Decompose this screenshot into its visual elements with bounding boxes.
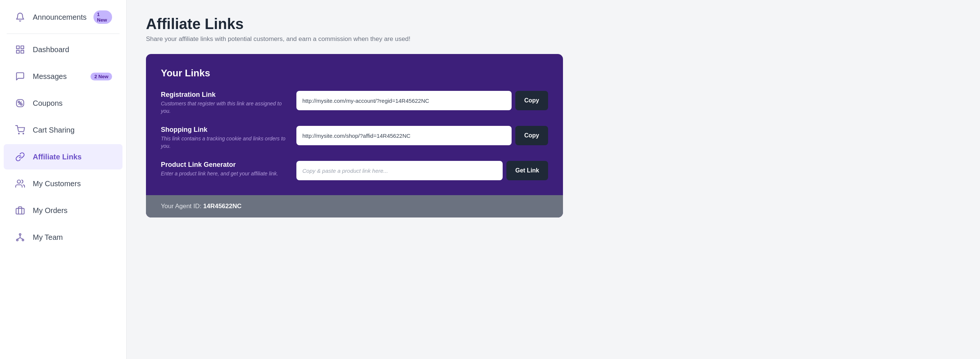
registration-link-desc: Customers that register with this link a… [161, 100, 288, 115]
sidebar-item-affiliate-links[interactable]: Affiliate Links [4, 144, 123, 169]
shopping-link-desc: This link contains a tracking cookie and… [161, 135, 288, 150]
cart-icon [14, 124, 26, 136]
svg-line-16 [20, 238, 23, 239]
sidebar-item-label: Affiliate Links [33, 153, 112, 161]
agent-id-value: 14R45622NC [203, 203, 242, 210]
registration-link-label: Registration Link [161, 91, 288, 99]
registration-link-input[interactable] [296, 91, 512, 110]
sidebar-item-messages[interactable]: Messages 2 New [4, 64, 123, 89]
shopping-link-label-col: Shopping Link This link contains a track… [161, 126, 288, 150]
sidebar-item-my-orders[interactable]: My Orders [4, 198, 123, 223]
sidebar-item-label: Coupons [33, 99, 112, 108]
sidebar-item-label: My Team [33, 233, 112, 242]
messages-icon [14, 70, 26, 82]
main-content: Affiliate Links Share your affiliate lin… [127, 0, 980, 359]
agent-id-prefix: Your Agent ID: [161, 203, 203, 210]
svg-rect-10 [16, 209, 24, 214]
product-link-input[interactable] [296, 161, 503, 180]
product-link-label-col: Product Link Generator Enter a product l… [161, 161, 288, 178]
shopping-link-input-group: Copy [296, 126, 548, 145]
sidebar-item-label: My Orders [33, 206, 112, 215]
svg-point-5 [21, 104, 22, 105]
product-link-input-group: Get Link [296, 161, 548, 180]
team-icon [14, 231, 26, 243]
card-title: Your Links [161, 67, 548, 79]
announcements-badge: 1 New [94, 10, 112, 24]
svg-rect-3 [21, 50, 24, 53]
sidebar-item-my-team[interactable]: My Team [4, 225, 123, 250]
product-link-label: Product Link Generator [161, 161, 288, 169]
shopping-link-input[interactable] [296, 126, 512, 145]
links-card: Your Links Registration Link Customers t… [146, 54, 563, 217]
agent-id-bar: Your Agent ID: 14R45622NC [146, 195, 563, 217]
bell-icon [14, 11, 26, 23]
svg-line-15 [17, 238, 20, 239]
dashboard-icon [14, 43, 26, 56]
messages-badge: 2 New [91, 73, 112, 80]
shopping-link-row: Shopping Link This link contains a track… [161, 126, 548, 150]
page-title: Affiliate Links [146, 16, 961, 32]
svg-point-4 [18, 101, 20, 103]
sidebar: Announcements 1 New Dashboard Messages 2… [0, 0, 127, 359]
link-icon [14, 151, 26, 163]
registration-copy-button[interactable]: Copy [515, 91, 548, 110]
svg-point-8 [23, 133, 24, 134]
orders-icon [14, 204, 26, 216]
page-subtitle: Share your affiliate links with potentia… [146, 35, 961, 43]
svg-point-9 [17, 180, 21, 183]
sidebar-item-coupons[interactable]: Coupons [4, 91, 123, 116]
sidebar-item-label: Dashboard [33, 45, 112, 54]
shopping-copy-button[interactable]: Copy [515, 126, 548, 145]
sidebar-item-cart-sharing[interactable]: Cart Sharing [4, 117, 123, 143]
sidebar-item-label: My Customers [33, 180, 112, 188]
get-link-button[interactable]: Get Link [506, 161, 548, 180]
sidebar-item-label: Announcements [33, 13, 87, 22]
registration-link-row: Registration Link Customers that registe… [161, 91, 548, 115]
product-link-desc: Enter a product link here, and get your … [161, 170, 288, 178]
svg-rect-1 [21, 46, 24, 49]
links-card-inner: Your Links Registration Link Customers t… [146, 54, 563, 195]
sidebar-item-dashboard[interactable]: Dashboard [4, 37, 123, 62]
sidebar-item-label: Messages [33, 72, 84, 81]
svg-point-7 [19, 133, 19, 134]
sidebar-item-my-customers[interactable]: My Customers [4, 171, 123, 196]
registration-link-label-col: Registration Link Customers that registe… [161, 91, 288, 115]
svg-rect-0 [16, 46, 19, 49]
customers-icon [14, 178, 26, 190]
product-link-row: Product Link Generator Enter a product l… [161, 161, 548, 180]
sidebar-item-label: Cart Sharing [33, 126, 112, 134]
coupons-icon [14, 97, 26, 109]
sidebar-divider-1 [7, 34, 119, 34]
registration-link-input-group: Copy [296, 91, 548, 110]
svg-rect-2 [16, 50, 19, 53]
sidebar-item-announcements[interactable]: Announcements 1 New [4, 4, 123, 30]
shopping-link-label: Shopping Link [161, 126, 288, 134]
